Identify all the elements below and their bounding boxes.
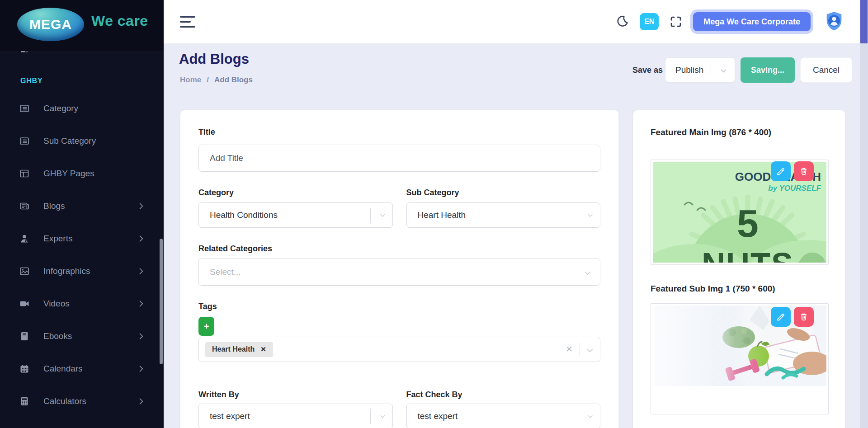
logo-tagline: We care bbox=[91, 13, 148, 29]
sidebar-item-calculators[interactable]: Calculators bbox=[0, 385, 161, 418]
pencil-icon bbox=[776, 166, 786, 176]
edit-main-img-button[interactable] bbox=[771, 161, 791, 181]
tag-chip: Heart Health ✕ bbox=[205, 342, 273, 357]
chevron-right-icon bbox=[137, 364, 146, 373]
saving-button[interactable]: Saving... bbox=[741, 57, 795, 83]
tag-remove-icon[interactable]: ✕ bbox=[260, 345, 266, 353]
select-divider bbox=[578, 208, 578, 223]
chevron-down-icon bbox=[587, 413, 594, 420]
featured-main-img-label: Featured Main Img (876 * 400) bbox=[651, 127, 828, 137]
delete-main-img-button[interactable] bbox=[794, 161, 814, 181]
chevron-right-icon bbox=[137, 332, 146, 341]
featured-images-card: Featured Main Img (876 * 400) 5 NUT bbox=[633, 110, 845, 428]
svg-text:by YOURSELF: by YOURSELF bbox=[768, 184, 821, 193]
hamburger-menu-icon[interactable] bbox=[180, 13, 196, 31]
fullscreen-button[interactable] bbox=[669, 15, 683, 28]
sidebar-item-blogs[interactable]: Blogs bbox=[0, 190, 161, 222]
sidebar: Health Practitioner MEGA We care GHBY Ca… bbox=[0, 0, 164, 428]
mega-logo-icon: MEGA bbox=[17, 8, 84, 41]
sidebar-item-infographics[interactable]: Infographics bbox=[0, 255, 161, 287]
sidebar-item-calendars[interactable]: Calendars bbox=[0, 353, 161, 385]
list-icon bbox=[19, 136, 30, 146]
trash-icon bbox=[799, 312, 809, 322]
dark-mode-toggle[interactable] bbox=[615, 14, 629, 29]
language-badge[interactable]: EN bbox=[640, 13, 659, 30]
breadcrumb-current: Add Blogs bbox=[214, 75, 253, 85]
layout-icon bbox=[19, 168, 30, 179]
sidebar-section-ghby: GHBY bbox=[20, 77, 42, 85]
written-by-select-value: test expert bbox=[210, 411, 250, 421]
delete-sub-img-button[interactable] bbox=[794, 307, 814, 327]
select-divider bbox=[370, 208, 371, 223]
list-icon bbox=[19, 103, 30, 114]
status-select-value: Publish bbox=[675, 65, 703, 75]
shield-user-icon bbox=[824, 10, 844, 33]
doctor-icon bbox=[19, 233, 30, 244]
save-as-label: Save as bbox=[632, 66, 663, 75]
select-divider bbox=[580, 343, 580, 357]
page-actions: Save as Publish Saving... Cancel bbox=[632, 57, 852, 83]
blog-form-card: Title Category Health Conditions Sub Cat… bbox=[180, 110, 619, 428]
save-as-status-select[interactable]: Publish bbox=[665, 57, 735, 83]
chevron-down-icon bbox=[587, 212, 594, 219]
chevron-down-icon bbox=[720, 67, 727, 75]
sub-img-actions bbox=[771, 307, 814, 327]
cancel-button[interactable]: Cancel bbox=[800, 57, 852, 83]
newspaper-icon bbox=[19, 201, 30, 212]
tenant-selector-button[interactable]: Mega We Care Corporate bbox=[693, 12, 811, 31]
sidebar-item-label: Blogs bbox=[43, 201, 137, 211]
select-divider bbox=[578, 409, 578, 424]
sidebar-item-ghby-pages[interactable]: GHBY Pages bbox=[0, 157, 161, 190]
sidebar-item-label: GHBY Pages bbox=[43, 169, 161, 179]
add-tag-button[interactable]: + bbox=[198, 317, 214, 336]
sub-category-select[interactable]: Heart Health bbox=[406, 202, 601, 228]
sidebar-item-label: Sub Category bbox=[43, 136, 161, 146]
chevron-down-icon bbox=[379, 413, 386, 420]
related-categories-placeholder: Select... bbox=[210, 267, 241, 277]
logo-mega-text: MEGA bbox=[29, 17, 72, 32]
sub-category-select-value: Heart Health bbox=[418, 210, 466, 220]
title-input[interactable] bbox=[198, 145, 600, 172]
chevron-right-icon bbox=[137, 397, 146, 406]
page-scrollbar-thumb[interactable] bbox=[860, 0, 868, 43]
related-categories-select[interactable]: Select... bbox=[198, 259, 600, 286]
select-divider bbox=[711, 64, 711, 77]
fact-check-by-select[interactable]: test expert bbox=[406, 404, 601, 428]
page-scrollbar[interactable] bbox=[860, 0, 868, 428]
book-icon bbox=[19, 331, 30, 342]
featured-sub-img-label: Featured Sub Img 1 (750 * 600) bbox=[651, 284, 828, 294]
sidebar-item-videos[interactable]: Videos bbox=[0, 287, 161, 320]
calculator-icon bbox=[19, 396, 30, 407]
title-label: Title bbox=[198, 127, 600, 137]
breadcrumb: Home / Add Blogs bbox=[180, 75, 253, 85]
fullscreen-icon bbox=[669, 15, 683, 28]
trash-icon bbox=[799, 166, 809, 176]
sidebar-scrollbar-thumb[interactable] bbox=[160, 239, 163, 364]
sidebar-item-label: Calculators bbox=[43, 396, 137, 406]
sidebar-item-ebooks[interactable]: Ebooks bbox=[0, 320, 161, 353]
pencil-icon bbox=[776, 312, 786, 322]
sidebar-item-label: Infographics bbox=[43, 266, 137, 276]
user-avatar[interactable] bbox=[824, 10, 844, 33]
image-icon bbox=[19, 266, 30, 277]
sidebar-item-label: Videos bbox=[43, 299, 137, 309]
sub-category-label: Sub Category bbox=[406, 188, 601, 198]
category-label: Category bbox=[198, 188, 393, 198]
chevron-right-icon bbox=[137, 267, 146, 276]
written-by-label: Written By bbox=[198, 390, 393, 400]
tags-select[interactable]: Heart Health ✕ ✕ bbox=[198, 337, 600, 362]
chevron-right-icon bbox=[137, 202, 146, 211]
tags-clear-icon[interactable]: ✕ bbox=[566, 344, 573, 354]
sidebar-item-sub-category[interactable]: Sub Category bbox=[0, 125, 161, 157]
sidebar-logo[interactable]: MEGA We care bbox=[0, 0, 164, 51]
breadcrumb-home-link[interactable]: Home bbox=[180, 75, 201, 85]
written-by-select[interactable]: test expert bbox=[198, 404, 393, 428]
sidebar-item-experts[interactable]: Experts bbox=[0, 222, 161, 255]
edit-sub-img-button[interactable] bbox=[771, 307, 791, 327]
sidebar-item-category[interactable]: Category bbox=[0, 92, 161, 125]
sidebar-item-label: Category bbox=[43, 103, 161, 113]
select-divider bbox=[370, 409, 371, 424]
moon-icon bbox=[615, 14, 629, 29]
fact-check-by-select-value: test expert bbox=[418, 411, 458, 421]
category-select[interactable]: Health Conditions bbox=[198, 202, 393, 228]
